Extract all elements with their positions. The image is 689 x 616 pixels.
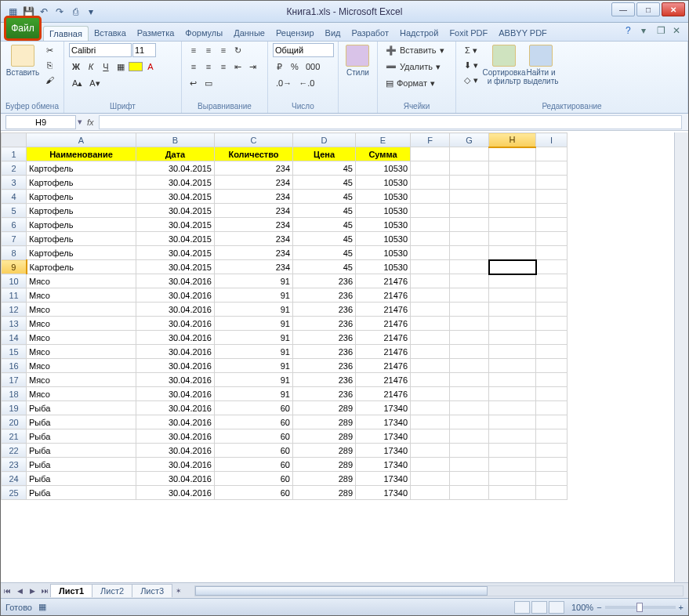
row-header-10[interactable]: 10 [2,274,27,288]
cell-A5[interactable]: Картофель [27,204,136,218]
cell-A18[interactable]: Мясо [27,387,136,401]
cell-B19[interactable]: 30.04.2016 [136,401,215,415]
fill-color-button[interactable] [129,62,143,71]
cell-I10[interactable] [536,274,568,288]
number-format-select[interactable] [273,43,334,57]
cell-I15[interactable] [536,345,568,359]
cell-G19[interactable] [450,401,489,415]
cell-C2[interactable]: 234 [215,161,293,176]
view-normal-button[interactable] [514,601,530,614]
formula-input[interactable] [99,115,682,129]
cell-H22[interactable] [489,444,536,458]
paste-button[interactable]: Вставить [5,43,40,78]
cell-C15[interactable]: 91 [215,345,293,359]
cell-C25[interactable]: 60 [215,486,293,500]
header-cell-D1[interactable]: Цена [293,147,356,161]
cell-H21[interactable] [489,429,536,444]
cell-D23[interactable]: 289 [293,458,356,472]
help-icon[interactable]: ? [626,25,636,36]
cell-I4[interactable] [536,190,568,204]
ribbon-tab-вид[interactable]: Вид [320,26,346,41]
header-cell-E1[interactable]: Сумма [356,147,411,161]
cell-F21[interactable] [411,429,450,444]
sheet-nav-last-icon[interactable]: ⏭ [38,585,51,597]
cell-D9[interactable]: 45 [293,260,356,274]
cell-C23[interactable]: 60 [215,458,293,472]
cell-E8[interactable]: 10530 [356,246,411,260]
cell-A7[interactable]: Картофель [27,232,136,246]
cell-E11[interactable]: 21476 [356,288,411,303]
col-header-H[interactable]: H [489,133,536,147]
cell-A8[interactable]: Картофель [27,246,136,260]
cell-G25[interactable] [450,486,489,500]
cell-E17[interactable]: 21476 [356,373,411,387]
horizontal-scrollbar[interactable] [194,585,684,596]
cell-G7[interactable] [450,232,489,246]
cell-D7[interactable]: 45 [293,232,356,246]
cell-I11[interactable] [536,288,568,303]
new-sheet-icon[interactable]: ✶ [172,585,185,597]
qat-print-icon[interactable]: ⎙ [68,5,82,19]
cell-D19[interactable]: 289 [293,401,356,415]
namebox-dropdown-icon[interactable]: ▾ [78,117,82,127]
cell-D2[interactable]: 45 [293,161,356,176]
doc-close-icon[interactable]: ✕ [673,25,684,36]
indent-dec-icon[interactable]: ⇤ [231,60,245,74]
cell-G8[interactable] [450,246,489,260]
cell-H7[interactable] [489,232,536,246]
cell-H14[interactable] [489,331,536,345]
cell-E15[interactable]: 21476 [356,345,411,359]
cell-A23[interactable]: Рыба [27,458,136,472]
cell-B14[interactable]: 30.04.2016 [136,331,215,345]
cell-H3[interactable] [489,176,536,190]
cell-C24[interactable]: 60 [215,472,293,486]
cell-H10[interactable] [489,274,536,288]
cell-F7[interactable] [411,232,450,246]
cell-F11[interactable] [411,288,450,303]
cell-F23[interactable] [411,458,450,472]
cell-B8[interactable]: 30.04.2015 [136,246,215,260]
cell-C18[interactable]: 91 [215,387,293,401]
close-button[interactable]: ✕ [662,2,685,16]
cell-F24[interactable] [411,472,450,486]
cell-I1[interactable] [536,147,568,161]
cell-A11[interactable]: Мясо [27,288,136,303]
row-header-9[interactable]: 9 [2,260,27,274]
grow-font-icon[interactable]: A▴ [69,76,85,90]
cell-F2[interactable] [411,161,450,176]
cell-G13[interactable] [450,317,489,331]
cell-D18[interactable]: 236 [293,387,356,401]
row-header-19[interactable]: 19 [2,401,27,415]
font-color-button[interactable]: A [143,60,158,74]
cell-H15[interactable] [489,345,536,359]
cell-E2[interactable]: 10530 [356,161,411,176]
row-header-11[interactable]: 11 [2,288,27,303]
cell-A24[interactable]: Рыба [27,472,136,486]
row-header-15[interactable]: 15 [2,345,27,359]
cell-B23[interactable]: 30.04.2016 [136,458,215,472]
qat-more-icon[interactable]: ▾ [84,5,98,19]
cell-H5[interactable] [489,204,536,218]
row-header-24[interactable]: 24 [2,472,27,486]
cell-E22[interactable]: 17340 [356,444,411,458]
align-left-icon[interactable]: ≡ [187,60,201,74]
cell-H25[interactable] [489,486,536,500]
ribbon-tab-abbyy pdf[interactable]: ABBYY PDF [493,26,553,41]
wrap-text-icon[interactable]: ↩ [187,76,201,90]
ribbon-tab-формулы[interactable]: Формулы [180,26,228,41]
cell-D12[interactable]: 236 [293,303,356,317]
cell-H17[interactable] [489,373,536,387]
row-header-3[interactable]: 3 [2,176,27,190]
cell-D25[interactable]: 289 [293,486,356,500]
cell-H11[interactable] [489,288,536,303]
orientation-icon[interactable]: ↻ [231,43,245,57]
cell-B10[interactable]: 30.04.2016 [136,274,215,288]
cell-A19[interactable]: Рыба [27,401,136,415]
cell-B2[interactable]: 30.04.2015 [136,161,215,176]
cell-A15[interactable]: Мясо [27,345,136,359]
zoom-out-button[interactable]: − [597,603,601,612]
name-box[interactable]: H9 [5,115,76,129]
clear-icon[interactable]: ◇ ▾ [461,73,481,87]
cell-I24[interactable] [536,472,568,486]
align-center-icon[interactable]: ≡ [201,60,216,74]
